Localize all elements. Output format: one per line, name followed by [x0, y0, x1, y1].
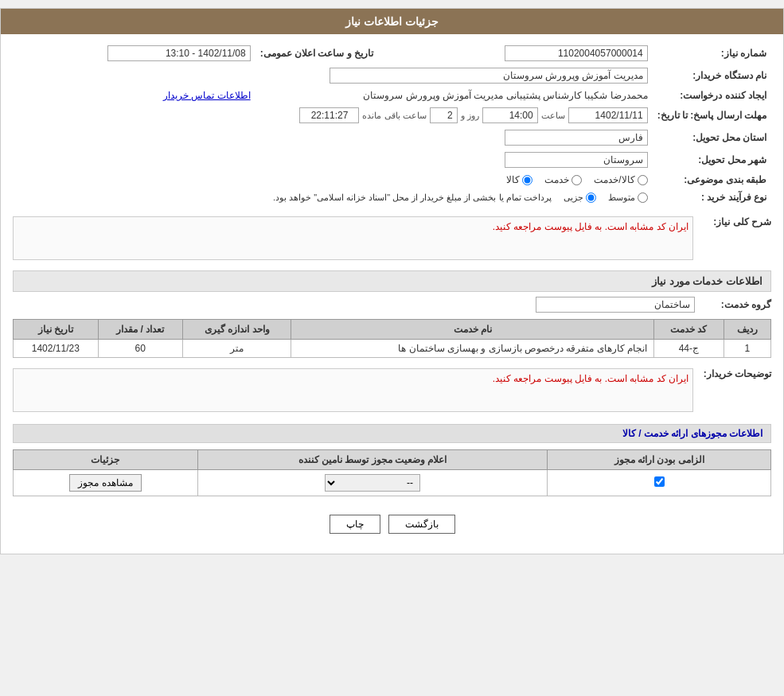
process-motavaset-label: متوسط [608, 192, 635, 203]
remaining-timer: 22:11:27 [299, 107, 359, 123]
th-row: ردیف [724, 320, 770, 340]
row-city: شهر محل تحویل: سروستان [13, 149, 771, 171]
th-code: کد خدمت [654, 320, 724, 340]
remaining-label: ساعت باقی مانده [362, 111, 426, 121]
radio-kala-khadamat[interactable] [638, 175, 648, 185]
services-tbody: 1 ج-44 انجام کارهای متفرقه درخصوص بازساز… [14, 340, 771, 358]
province-label: استان محل تحویل: [653, 126, 771, 149]
status-select[interactable]: -- [325, 474, 420, 492]
description-section: شرح کلی نیاز: ایران کد مشابه است. به فای… [13, 212, 771, 264]
services-section-title: اطلاعات خدمات مورد نیاز [13, 270, 771, 292]
creator-value: محمدرضا شکیبا کارشناس پشتیبانی مدیریت آم… [255, 87, 653, 104]
row-category: طبقه بندی موضوعی: کالا/خدمت خدمت [13, 171, 771, 189]
date-row: 1402/11/11 ساعت 14:00 روز و 2 ساعت باقی … [18, 107, 648, 123]
th-status: اعلام وضعیت مجوز توسط نامین کننده [197, 450, 548, 470]
license-section-title[interactable]: اطلاعات مجوزهای ارائه خدمت / کالا [13, 424, 771, 443]
th-details: جزئیات [14, 450, 198, 470]
description-label: شرح کلی نیاز: [700, 212, 771, 227]
services-table-head: ردیف کد خدمت نام خدمت واحد اندازه گیری ت… [14, 320, 771, 340]
process-jozi-label: جزیی [564, 192, 583, 203]
buyer-desc-box: ایران کد مشابه است. به فایل پیوست مراجعه… [13, 368, 693, 412]
cell-status: -- [197, 470, 548, 496]
need-number-display: 1102004057000014 [505, 45, 648, 61]
row-send-date: مهلت ارسال پاسخ: تا تاریخ: 1402/11/11 سا… [13, 104, 771, 126]
send-time-label: ساعت [541, 111, 565, 121]
creator-label: ایجاد کننده درخواست: [653, 87, 771, 104]
th-quantity: تعداد / مقدار [98, 320, 182, 340]
need-number-value: 1102004057000014 [410, 42, 653, 64]
send-day-label: روز و [461, 111, 479, 121]
page-header: جزئیات اطلاعات نیاز [1, 9, 783, 34]
radio-kala-khadamat-item[interactable]: کالا/خدمت [594, 174, 647, 185]
description-box: ایران کد مشابه است. به فایل پیوست مراجعه… [13, 216, 693, 260]
service-group-label: گروه خدمت: [700, 299, 771, 310]
category-radio-group: کالا/خدمت خدمت کالا [18, 174, 648, 185]
radio-khadamat-item[interactable]: خدمت [544, 174, 582, 185]
announce-display: 1402/11/08 - 13:10 [107, 45, 251, 61]
description-text: ایران کد مشابه است. به فایل پیوست مراجعه… [493, 221, 688, 232]
process-motavaset-radio[interactable] [638, 192, 648, 203]
announce-label: تاریخ و ساعت اعلان عمومی: [255, 42, 378, 64]
th-name: نام خدمت [291, 320, 654, 340]
process-jozi-item[interactable]: جزیی [564, 192, 596, 203]
cell-code: ج-44 [654, 340, 724, 358]
print-button[interactable]: چاپ [330, 515, 380, 534]
process-jozi-radio[interactable] [586, 192, 596, 203]
mandatory-checkbox[interactable] [654, 476, 665, 487]
radio-kala-item[interactable]: کالا [506, 174, 532, 185]
process-label: نوع فرآیند خرید : [653, 189, 771, 206]
process-motavaset-item[interactable]: متوسط [608, 192, 648, 203]
back-button[interactable]: بازگشت [388, 515, 455, 534]
th-mandatory: الزامی بودن ارائه مجوز [548, 450, 771, 470]
send-time-display: 14:00 [482, 107, 538, 123]
license-table: الزامی بودن ارائه مجوز اعلام وضعیت مجوز … [13, 449, 771, 496]
category-label: طبقه بندی موضوعی: [653, 171, 771, 189]
creator-display: محمدرضا شکیبا کارشناس پشتیبانی مدیریت آم… [363, 90, 647, 101]
buyer-value: مدیریت آموزش وپرورش سروستان [13, 64, 653, 87]
cell-details: مشاهده مجوز [14, 470, 198, 496]
page-wrapper: جزئیات اطلاعات نیاز شماره نیاز: 11020040… [0, 8, 784, 554]
announce-value: 1402/11/08 - 13:10 [13, 42, 255, 64]
bottom-buttons: بازگشت چاپ [13, 503, 771, 546]
buyer-label: نام دستگاه خریدار: [653, 64, 771, 87]
cell-name: انجام کارهای متفرقه درخصوص بازسازی و بهس… [291, 340, 654, 358]
need-number-label: شماره نیاز: [653, 42, 771, 64]
buyer-desc-text: ایران کد مشابه است. به فایل پیوست مراجعه… [493, 373, 688, 384]
page-title: جزئیات اطلاعات نیاز [345, 15, 439, 28]
service-group-row: گروه خدمت: ساختمان [13, 297, 771, 313]
process-description: پرداخت تمام یا بخشی از مبلغ خریدار از مح… [273, 192, 552, 203]
list-item: -- مشاهده مجوز [14, 470, 771, 496]
contact-link[interactable]: اطلاعات تماس خریدار [163, 90, 251, 101]
province-display: فارس [505, 130, 648, 146]
send-day-display: 2 [430, 107, 458, 123]
top-info-table: شماره نیاز: 1102004057000014 تاریخ و ساع… [13, 42, 771, 206]
th-unit: واحد اندازه گیری [183, 320, 291, 340]
row-buyer: نام دستگاه خریدار: مدیریت آموزش وپرورش س… [13, 64, 771, 87]
view-license-button[interactable]: مشاهده مجوز [69, 474, 141, 492]
cell-quantity: 60 [98, 340, 182, 358]
th-date: تاریخ نیاز [14, 320, 99, 340]
process-radio-group: متوسط جزیی پرداخت تمام یا بخشی از مبلغ خ… [18, 192, 648, 203]
main-content: شماره نیاز: 1102004057000014 تاریخ و ساع… [1, 34, 783, 554]
services-table: ردیف کد خدمت نام خدمت واحد اندازه گیری ت… [13, 319, 771, 358]
row-process: نوع فرآیند خرید : متوسط جزیی پرداخت تمام… [13, 189, 771, 206]
license-table-head: الزامی بودن ارائه مجوز اعلام وضعیت مجوز … [14, 450, 771, 470]
radio-kala-khadamat-label: کالا/خدمت [594, 174, 634, 185]
row-province: استان محل تحویل: فارس [13, 126, 771, 149]
buyer-desc-label: توضیحات خریدار: [700, 364, 771, 379]
buyer-desc-section: توضیحات خریدار: ایران کد مشابه است. به ف… [13, 364, 771, 416]
cell-unit: متر [183, 340, 291, 358]
row-creator: ایجاد کننده درخواست: محمدرضا شکیبا کارشن… [13, 87, 771, 104]
cell-row-num: 1 [724, 340, 770, 358]
cell-date: 1402/11/23 [14, 340, 99, 358]
radio-khadamat[interactable] [571, 175, 582, 185]
license-tbody: -- مشاهده مجوز [14, 470, 771, 496]
send-date-label: مهلت ارسال پاسخ: تا تاریخ: [653, 104, 771, 126]
buyer-display: مدیریت آموزش وپرورش سروستان [330, 68, 648, 84]
send-date-display: 1402/11/11 [568, 107, 648, 123]
table-row: 1 ج-44 انجام کارهای متفرقه درخصوص بازساز… [14, 340, 771, 358]
city-label: شهر محل تحویل: [653, 149, 771, 171]
radio-khadamat-label: خدمت [544, 174, 569, 185]
radio-kala[interactable] [522, 175, 532, 185]
city-display: سروستان [505, 152, 648, 168]
